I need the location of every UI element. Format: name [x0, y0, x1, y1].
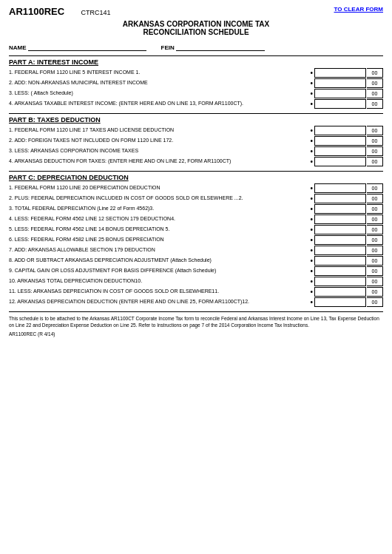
table-row: 2. PLUS: FEDERAL DEPRECIATION INCLUDED I… — [9, 194, 383, 203]
cents-display: 00 — [367, 157, 383, 166]
amount-input[interactable] — [314, 256, 366, 266]
amount-input[interactable] — [314, 287, 366, 297]
cents-display: 00 — [367, 89, 383, 98]
row-input-group: • 00 — [310, 214, 383, 224]
name-input[interactable] — [28, 41, 146, 51]
row-label: 2. ADD: NON-ARKANSAS MUNICIPAL INTEREST … — [9, 80, 310, 86]
table-row: 10. ARKANSAS TOTAL DEPRECIATION DEDUCTIO… — [9, 277, 383, 286]
table-row: 4. LESS: FEDERAL FORM 4562 LINE 12 SECTI… — [9, 214, 383, 224]
row-label: 11. LESS: ARKANSAS DEPRECIATION IN COST … — [9, 288, 310, 294]
row-input-group: • 00 — [310, 89, 383, 98]
table-row: 1. FEDERAL FORM 1120 LINE 20 DEPRECIATIO… — [9, 183, 383, 193]
dot-icon: • — [310, 288, 313, 296]
amount-input[interactable] — [314, 225, 366, 234]
amount-input[interactable] — [314, 277, 366, 286]
dot-icon: • — [310, 100, 313, 108]
row-input-group: • 00 — [310, 287, 383, 297]
table-row: 3. LESS: ( Attach Schedule) • 00 — [9, 89, 383, 98]
amount-input[interactable] — [314, 235, 366, 245]
dot-icon: • — [310, 236, 313, 244]
row-label: 3. LESS: ( Attach Schedule) — [9, 90, 310, 96]
row-label: 5. LESS: FEDERAL FORM 4562 LINE 14 BONUS… — [9, 226, 310, 232]
row-input-group: • 00 — [310, 235, 383, 245]
dot-icon: • — [310, 226, 313, 234]
dot-icon: • — [310, 298, 313, 306]
row-input-group: • 00 — [310, 99, 383, 109]
name-field: NAME — [9, 41, 146, 51]
title-line1: ARKANSAS CORPORATION INCOME TAX — [9, 20, 383, 28]
ctrc-code: CTRC141 — [81, 9, 110, 16]
amount-input[interactable] — [314, 136, 366, 146]
cents-display: 00 — [367, 68, 383, 78]
row-input-group: • 00 — [310, 204, 383, 214]
cents-display: 00 — [367, 287, 383, 297]
amount-input[interactable] — [314, 78, 366, 88]
cents-display: 00 — [367, 235, 383, 245]
table-row: 9. CAPITAL GAIN OR LOSS ADJUSTMENT FOR B… — [9, 266, 383, 276]
dot-icon: • — [310, 184, 313, 192]
dot-icon: • — [310, 89, 313, 98]
dot-icon: • — [310, 158, 313, 166]
clear-form-button[interactable]: TO CLEAR FORM — [334, 6, 383, 13]
amount-input[interactable] — [314, 99, 366, 109]
form-id: AR1100REC — [9, 6, 64, 17]
row-label: 1. FEDERAL FORM 1120 LINE 5 INTEREST INC… — [9, 70, 310, 75]
row-label: 10. ARKANSAS TOTAL DEPRECIATION DEDUCTIO… — [9, 278, 310, 284]
row-label: 3. LESS: ARKANSAS CORPORATION INCOME TAX… — [9, 148, 310, 154]
cents-display: 00 — [367, 214, 383, 224]
row-label: 1. FEDERAL FORM 1120 LINE 20 DEPRECIATIO… — [9, 185, 310, 191]
dot-icon: • — [310, 257, 313, 265]
row-input-group: • 00 — [310, 277, 383, 286]
amount-input[interactable] — [314, 214, 366, 224]
row-input-group: • 00 — [310, 146, 383, 156]
cents-display: 00 — [367, 256, 383, 266]
cents-display: 00 — [367, 78, 383, 88]
row-label: 4. LESS: FEDERAL FORM 4562 LINE 12 SECTI… — [9, 216, 310, 222]
row-label: 2. ADD: FOREIGN TAXES NOT INCLUDED ON FO… — [9, 138, 310, 143]
title-section: ARKANSAS CORPORATION INCOME TAX RECONCIL… — [9, 20, 383, 36]
amount-input[interactable] — [314, 183, 366, 193]
name-label: NAME — [9, 44, 27, 51]
part-c-header: PART C: DEPRECIATION DEDUCTION — [9, 171, 383, 181]
dot-icon: • — [310, 137, 313, 145]
row-input-group: • 00 — [310, 183, 383, 193]
table-row: 1. FEDERAL FORM 1120 LINE 17 TAXES AND L… — [9, 126, 383, 135]
row-label: 9. CAPITAL GAIN OR LOSS ADJUSTMENT FOR B… — [9, 268, 310, 274]
footer-note: This schedule is to be attached to the A… — [9, 311, 383, 337]
amount-input[interactable] — [314, 204, 366, 214]
dot-icon: • — [310, 79, 313, 87]
row-label: 12. ARKANSAS DEPRECIATION DEDUCTION (ENT… — [9, 299, 310, 305]
top-bar: AR1100REC CTRC141 TO CLEAR FORM — [9, 6, 383, 17]
cents-display: 00 — [367, 136, 383, 146]
row-input-group: • 00 — [310, 297, 383, 307]
row-input-group: • 00 — [310, 225, 383, 234]
dot-icon: • — [310, 195, 313, 203]
form-id-area: AR1100REC CTRC141 — [9, 6, 110, 17]
amount-input[interactable] — [314, 146, 366, 156]
part-a-header: PART A: INTEREST INCOME — [9, 55, 383, 66]
table-row: 2. ADD: NON-ARKANSAS MUNICIPAL INTEREST … — [9, 78, 383, 88]
table-row: 7. ADD: ARKANSAS ALLOWABLE SECTION 179 D… — [9, 246, 383, 255]
amount-input[interactable] — [314, 68, 366, 78]
dot-icon: • — [310, 126, 313, 135]
dot-icon: • — [310, 147, 313, 155]
amount-input[interactable] — [314, 157, 366, 166]
amount-input[interactable] — [314, 266, 366, 276]
amount-input[interactable] — [314, 194, 366, 203]
dot-icon: • — [310, 215, 313, 223]
cents-display: 00 — [367, 146, 383, 156]
row-label: 4. ARKANSAS DEDUCTION FOR TAXES: (ENTER … — [9, 158, 310, 164]
table-row: 4. ARKANSAS DEDUCTION FOR TAXES: (ENTER … — [9, 157, 383, 166]
row-input-group: • 00 — [310, 246, 383, 255]
fein-input[interactable] — [176, 41, 265, 51]
amount-input[interactable] — [314, 89, 366, 98]
row-label: 7. ADD: ARKANSAS ALLOWABLE SECTION 179 D… — [9, 247, 310, 253]
amount-input[interactable] — [314, 246, 366, 255]
amount-input[interactable] — [314, 126, 366, 135]
fein-label: FEIN — [161, 44, 175, 51]
row-label: 2. PLUS: FEDERAL DEPRECIATION INCLUDED I… — [9, 195, 310, 201]
cents-display: 00 — [367, 126, 383, 135]
row-label: 8. ADD OR SUBTRACT ARKANSAS DEPRECIATION… — [9, 257, 310, 263]
form-ref: AR1100REC (R 4/14) — [9, 331, 383, 337]
amount-input[interactable] — [314, 297, 366, 307]
